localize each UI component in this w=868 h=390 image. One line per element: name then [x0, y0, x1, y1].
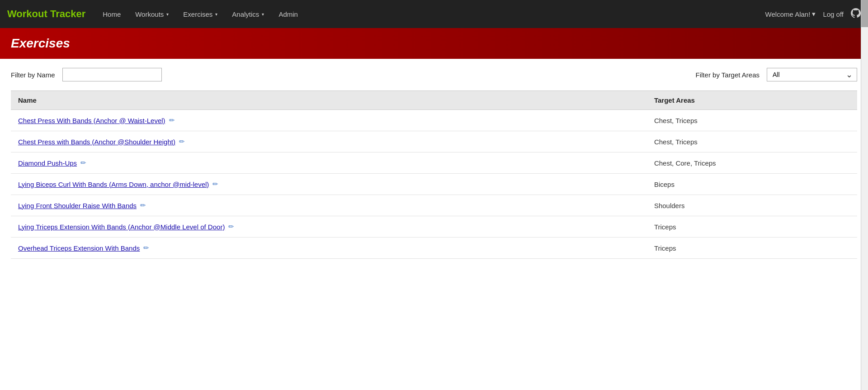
- filter-target-label: Filter by Target Areas: [696, 71, 760, 79]
- exercise-name-cell: Lying Front Shoulder Raise With Bands ✏: [11, 195, 647, 216]
- edit-icon[interactable]: ✏: [228, 223, 234, 231]
- exercise-link[interactable]: Chest Press with Bands (Anchor @Shoulder…: [18, 138, 175, 146]
- exercise-name-cell: Lying Triceps Extension With Bands (Anch…: [11, 216, 647, 238]
- nav-workouts[interactable]: Workouts ▾: [129, 7, 175, 22]
- nav-welcome-text: Welcome Alan!: [765, 10, 811, 18]
- filter-name-input[interactable]: [62, 68, 162, 81]
- nav-exercises-caret: ▾: [215, 12, 217, 17]
- exercise-link[interactable]: Lying Biceps Curl With Bands (Arms Down,…: [18, 181, 209, 188]
- app-brand[interactable]: Workout Tracker: [7, 8, 85, 20]
- exercise-target-areas-cell: Chest, Core, Triceps: [647, 152, 857, 174]
- edit-icon[interactable]: ✏: [169, 116, 175, 124]
- nav-analytics[interactable]: Analytics ▾: [226, 7, 270, 22]
- edit-icon[interactable]: ✏: [140, 201, 146, 209]
- exercise-target-areas-cell: Biceps: [647, 174, 857, 195]
- exercise-name-cell: Chest Press with Bands (Anchor @Shoulder…: [11, 131, 647, 152]
- table-row: Overhead Triceps Extension With Bands ✏T…: [11, 238, 857, 259]
- scrollbar[interactable]: [861, 0, 868, 259]
- table-row: Chest Press with Bands (Anchor @Shoulder…: [11, 131, 857, 152]
- nav-exercises[interactable]: Exercises ▾: [177, 7, 224, 22]
- exercise-name-cell: Diamond Push-Ups ✏: [11, 152, 647, 174]
- table-row: Lying Front Shoulder Raise With Bands ✏S…: [11, 195, 857, 216]
- filter-name-label: Filter by Name: [11, 71, 55, 79]
- exercise-target-areas-cell: Chest, Triceps: [647, 110, 857, 131]
- table-row: Lying Triceps Extension With Bands (Anch…: [11, 216, 857, 238]
- exercise-name-cell: Chest Press With Bands (Anchor @ Waist-L…: [11, 110, 647, 131]
- nav-welcome-caret: ▾: [812, 10, 816, 18]
- nav-right: Welcome Alan! ▾ Log off: [765, 8, 861, 20]
- table-header-row: Name Target Areas: [11, 91, 857, 110]
- filter-bar: Filter by Name Filter by Target Areas Al…: [0, 59, 868, 90]
- nav-workouts-label: Workouts: [135, 10, 164, 18]
- nav-analytics-label: Analytics: [232, 10, 259, 18]
- exercise-name-cell: Overhead Triceps Extension With Bands ✏: [11, 238, 647, 259]
- nav-workouts-caret: ▾: [166, 12, 169, 17]
- page-header: Exercises: [0, 28, 868, 59]
- exercise-target-areas-cell: Triceps: [647, 216, 857, 238]
- exercise-link[interactable]: Overhead Triceps Extension With Bands: [18, 244, 140, 252]
- page-title: Exercises: [11, 36, 857, 51]
- filter-target-select[interactable]: All Biceps Chest Core Shoulders Triceps: [767, 68, 857, 81]
- navbar: Workout Tracker Home Workouts ▾ Exercise…: [0, 0, 868, 28]
- scroll-thumb[interactable]: [861, 0, 868, 27]
- nav-admin[interactable]: Admin: [272, 7, 304, 22]
- nav-exercises-label: Exercises: [183, 10, 212, 18]
- nav-welcome[interactable]: Welcome Alan! ▾: [765, 10, 816, 18]
- edit-icon[interactable]: ✏: [212, 180, 218, 188]
- nav-home[interactable]: Home: [96, 7, 127, 22]
- nav-admin-label: Admin: [278, 10, 298, 18]
- exercise-link[interactable]: Lying Triceps Extension With Bands (Anch…: [18, 223, 225, 231]
- exercise-target-areas-cell: Chest, Triceps: [647, 131, 857, 152]
- nav-links: Home Workouts ▾ Exercises ▾ Analytics ▾ …: [96, 7, 765, 22]
- nav-home-label: Home: [103, 10, 121, 18]
- table-row: Lying Biceps Curl With Bands (Arms Down,…: [11, 174, 857, 195]
- exercise-link[interactable]: Lying Front Shoulder Raise With Bands: [18, 202, 137, 209]
- table-row: Diamond Push-Ups ✏Chest, Core, Triceps: [11, 152, 857, 174]
- exercise-link[interactable]: Diamond Push-Ups: [18, 159, 77, 167]
- exercises-table: Name Target Areas Chest Press With Bands…: [11, 90, 857, 259]
- filter-target-wrapper: All Biceps Chest Core Shoulders Triceps …: [767, 68, 857, 81]
- exercise-link[interactable]: Chest Press With Bands (Anchor @ Waist-L…: [18, 117, 165, 124]
- github-icon[interactable]: [851, 8, 861, 20]
- edit-icon[interactable]: ✏: [143, 244, 149, 252]
- col-header-name: Name: [11, 91, 647, 110]
- edit-icon[interactable]: ✏: [179, 138, 185, 146]
- exercise-target-areas-cell: Triceps: [647, 238, 857, 259]
- exercises-table-container: Name Target Areas Chest Press With Bands…: [0, 90, 868, 259]
- col-header-target-areas: Target Areas: [647, 91, 857, 110]
- exercise-target-areas-cell: Shoulders: [647, 195, 857, 216]
- exercise-name-cell: Lying Biceps Curl With Bands (Arms Down,…: [11, 174, 647, 195]
- nav-analytics-caret: ▾: [262, 12, 264, 17]
- nav-logoff[interactable]: Log off: [823, 10, 844, 18]
- table-row: Chest Press With Bands (Anchor @ Waist-L…: [11, 110, 857, 131]
- edit-icon[interactable]: ✏: [80, 159, 86, 167]
